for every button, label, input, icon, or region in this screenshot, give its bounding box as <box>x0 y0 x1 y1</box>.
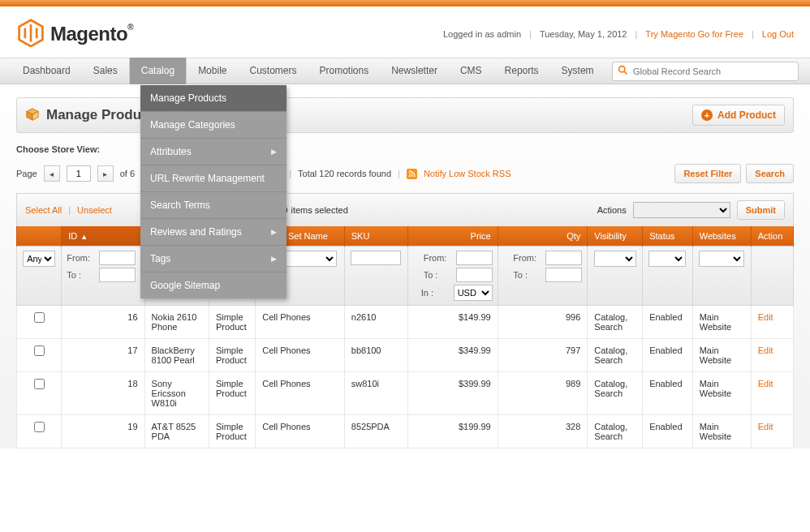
cell-name: BlackBerry 8100 Pearl <box>144 339 209 372</box>
col-status[interactable]: Status <box>643 226 693 247</box>
sort-asc-icon: ▲ <box>80 233 88 241</box>
col-price[interactable]: Price <box>408 226 498 247</box>
svg-point-6 <box>409 175 411 177</box>
logo-icon <box>16 18 45 49</box>
cell-id: 16 <box>62 306 144 339</box>
filter-qty-to[interactable] <box>545 268 582 282</box>
unselect-link[interactable]: Unselect <box>77 205 112 215</box>
dropdown-item[interactable]: Manage Products <box>140 85 287 112</box>
edit-link[interactable]: Edit <box>758 422 773 431</box>
table-row[interactable]: 19AT&T 8525 PDASimple ProductCell Phones… <box>17 415 794 448</box>
notify-low-stock-link[interactable]: Notify Low Stock RSS <box>424 169 511 178</box>
reset-filter-button[interactable]: Reset Filter <box>674 164 741 183</box>
catalog-dropdown: Manage ProductsManage CategoriesAttribut… <box>140 85 287 298</box>
filter-visibility[interactable] <box>594 251 636 267</box>
actions-select[interactable] <box>633 202 730 218</box>
nav-item-promotions[interactable]: Promotions <box>308 58 381 84</box>
cell-name: Nokia 2610 Phone <box>144 306 209 339</box>
filter-sku[interactable] <box>351 251 401 265</box>
col-websites[interactable]: Websites <box>692 226 751 247</box>
cell-qty: 797 <box>498 339 588 372</box>
cell-attrib: Cell Phones <box>256 306 345 339</box>
table-row[interactable]: 17BlackBerry 8100 PearlSimple ProductCel… <box>17 339 794 372</box>
logout-link[interactable]: Log Out <box>762 29 794 39</box>
dropdown-item[interactable]: Manage Categories <box>140 112 287 139</box>
search-icon <box>618 65 633 78</box>
cell-type: Simple Product <box>209 415 255 448</box>
products-table: ID▲ Name Type Attrib. Set Name SKU Price… <box>16 226 794 448</box>
logged-in-text: Logged in as admin <box>443 29 521 39</box>
search-button[interactable]: Search <box>746 164 794 183</box>
global-search[interactable] <box>612 62 799 81</box>
edit-link[interactable]: Edit <box>758 379 773 388</box>
add-product-button[interactable]: + Add Product <box>692 105 785 126</box>
col-visibility[interactable]: Visibility <box>588 226 643 247</box>
page-input[interactable] <box>67 165 91 182</box>
top-accent-bar <box>0 0 810 6</box>
dropdown-item[interactable]: Google Sitemap <box>140 272 287 298</box>
nav-item-mobile[interactable]: Mobile <box>187 58 238 84</box>
dropdown-item[interactable]: Tags▶ <box>140 246 287 272</box>
items-selected-label: items selected <box>291 205 347 215</box>
nav-item-catalog[interactable]: Catalog <box>129 58 187 84</box>
svg-line-2 <box>624 71 627 74</box>
submit-button[interactable]: Submit <box>737 200 785 220</box>
table-row[interactable]: 16Nokia 2610 PhoneSimple ProductCell Pho… <box>17 306 794 339</box>
cell-qty: 328 <box>498 415 588 448</box>
filter-price-from[interactable] <box>456 251 493 265</box>
global-search-input[interactable] <box>633 66 793 76</box>
dropdown-item[interactable]: Attributes▶ <box>140 139 287 165</box>
row-checkbox[interactable] <box>34 312 45 323</box>
total-records: Total 120 records found <box>298 169 391 178</box>
cell-price: $149.99 <box>408 306 498 339</box>
row-checkbox[interactable] <box>34 379 45 389</box>
filter-any-select[interactable]: Any <box>23 251 55 267</box>
filter-qty-from[interactable] <box>545 251 582 265</box>
nav-item-cms[interactable]: CMS <box>449 58 493 84</box>
nav-item-sales[interactable]: Sales <box>82 58 129 84</box>
row-checkbox[interactable] <box>34 345 45 356</box>
dropdown-item[interactable]: URL Rewrite Management <box>140 165 287 192</box>
nav-item-customers[interactable]: Customers <box>238 58 308 84</box>
cell-sku: n2610 <box>344 306 407 339</box>
col-qty[interactable]: Qty <box>498 226 588 247</box>
select-all-link[interactable]: Select All <box>25 205 62 215</box>
cell-price: $349.99 <box>408 339 498 372</box>
col-sku[interactable]: SKU <box>344 226 407 247</box>
nav-item-system[interactable]: System <box>550 58 605 84</box>
filter-row: Any From: To : From: To : In :USD <box>17 247 794 306</box>
nav-item-reports[interactable]: Reports <box>493 58 550 84</box>
row-checkbox[interactable] <box>34 422 45 432</box>
filter-id-to[interactable] <box>99 268 136 282</box>
col-action[interactable]: Action <box>751 226 793 247</box>
nav-item-dashboard[interactable]: Dashboard <box>11 58 82 84</box>
table-row[interactable]: 18Sony Ericsson W810iSimple ProductCell … <box>17 372 794 415</box>
cell-visibility: Catalog, Search <box>588 415 643 448</box>
cell-attrib: Cell Phones <box>256 372 345 415</box>
filter-currency[interactable]: USD <box>454 285 493 301</box>
actions-label: Actions <box>597 205 627 215</box>
cell-websites: Main Website <box>692 415 751 448</box>
col-checkbox[interactable] <box>17 226 62 247</box>
filter-price-to[interactable] <box>456 268 493 282</box>
filter-id-from[interactable] <box>99 251 136 265</box>
prev-page-button[interactable]: ◂ <box>44 165 60 182</box>
cell-visibility: Catalog, Search <box>588 339 643 372</box>
try-magento-link[interactable]: Try Magento Go for Free <box>645 29 743 39</box>
next-page-button[interactable]: ▸ <box>97 165 114 182</box>
col-id[interactable]: ID▲ <box>62 226 144 247</box>
dropdown-item[interactable]: Search Terms <box>140 192 287 219</box>
cell-name: AT&T 8525 PDA <box>144 415 209 448</box>
cell-price: $199.99 <box>408 415 498 448</box>
dropdown-item[interactable]: Reviews and Ratings▶ <box>140 219 287 246</box>
edit-link[interactable]: Edit <box>758 312 773 322</box>
filter-websites[interactable] <box>699 251 744 267</box>
cell-type: Simple Product <box>209 372 255 415</box>
cell-visibility: Catalog, Search <box>588 372 643 415</box>
of-pages: of 6 <box>120 169 135 178</box>
header-meta: Logged in as admin | Tuesday, May 1, 201… <box>443 29 794 39</box>
edit-link[interactable]: Edit <box>758 345 773 355</box>
filter-status[interactable] <box>648 251 686 267</box>
logo[interactable]: Magento® <box>16 18 133 49</box>
nav-item-newsletter[interactable]: Newsletter <box>380 58 449 84</box>
